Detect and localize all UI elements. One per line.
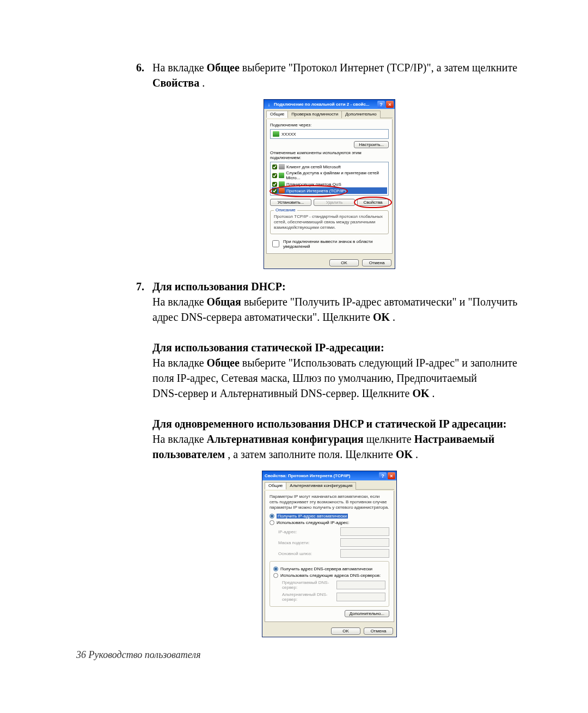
mask-field <box>340 538 389 547</box>
tcpip-intro: Параметры IP могут назначаться автоматич… <box>270 494 389 510</box>
description-group: Описание Протокол TCP/IP - стандартный п… <box>270 210 389 234</box>
radio-dns-manual-input[interactable] <box>273 573 278 578</box>
static-b: Общее <box>207 357 240 369</box>
nic-icon <box>273 131 279 137</box>
tab-general-2[interactable]: Общие <box>265 482 286 490</box>
radio-ip-auto[interactable]: Получить IP-адрес автоматически <box>270 514 389 519</box>
both-end: . <box>415 448 418 460</box>
static-d: DNS-сервер и Альтернативный DNS-сервер. … <box>152 387 412 399</box>
lan-properties-dialog: ↓ Подключение по локальной сети 2 - свой… <box>264 99 395 269</box>
help-button[interactable]: ? <box>377 101 385 108</box>
tcpip-icon <box>279 188 285 193</box>
cancel-button-2[interactable]: Отмена <box>364 627 393 635</box>
tab-strip: Общие Проверка подлинности Дополнительно <box>266 110 393 118</box>
list-row-tcpip[interactable]: Протокол Интернета (TCP/IP) <box>272 187 387 194</box>
static-a: На вкладке <box>152 357 207 369</box>
help-button-2[interactable]: ? <box>379 472 387 479</box>
lbl-client: Клиент для сетей Microsoft <box>286 164 341 169</box>
close-button[interactable]: × <box>386 101 394 108</box>
lbl-fileshare: Служба доступа к файлам и принтерам сете… <box>286 170 387 180</box>
dhcp-p-end: . <box>393 311 395 323</box>
dns2-field <box>336 593 385 601</box>
tab-general[interactable]: Общие <box>266 111 288 118</box>
s6-b2: Свойства <box>152 77 199 89</box>
dhcp-p-ok: OK <box>373 311 390 323</box>
s6-b1: Общее <box>207 62 240 74</box>
step-number-7: 7. <box>136 279 152 462</box>
radio-dns-auto-input[interactable] <box>273 566 278 571</box>
network-icon: ↓ <box>266 102 272 107</box>
chk-qos[interactable] <box>272 182 277 187</box>
ip-field <box>340 527 389 536</box>
static-end: . <box>432 387 435 399</box>
tab-advanced[interactable]: Дополнительно <box>341 111 381 118</box>
step-7-body: Для использования DHCP: На вкладке Общая… <box>152 279 523 462</box>
components-label: Отмеченные компоненты используются этим … <box>270 150 389 160</box>
dns1-field <box>336 581 385 589</box>
page-footer: 36 Руководство пользователя <box>76 649 201 661</box>
radio-ip-manual-input[interactable] <box>270 520 274 525</box>
cancel-button[interactable]: Отмена <box>362 259 391 266</box>
tray-icon-label: При подключении вывести значок в области… <box>283 239 389 249</box>
client-icon <box>279 164 285 169</box>
properties-button[interactable]: Свойства <box>357 199 389 206</box>
tcpip-properties-dialog: Свойства: Протокол Интернета (TCP/IP) ? … <box>262 471 397 637</box>
dialog2-title: Свойства: Протокол Интернета (TCP/IP) <box>265 473 379 478</box>
install-button[interactable]: Установить... <box>270 199 311 206</box>
radio-dns-manual-label: Использовать следующие адреса DNS-сервер… <box>280 573 381 578</box>
tray-icon-checkbox[interactable] <box>272 240 279 247</box>
fileshare-icon <box>279 173 284 178</box>
static-ok: OK <box>412 387 429 399</box>
dhcp-p-b: Общая <box>207 296 241 308</box>
s6-3: . <box>202 77 205 89</box>
radio-ip-manual[interactable]: Использовать следующий IP-адрес: <box>270 520 389 525</box>
step-6-text: На вкладке Общее выберите "Протокол Инте… <box>152 60 523 90</box>
chk-fileshare[interactable] <box>272 173 277 178</box>
radio-dns-auto-label: Получить адрес DNS-сервера автоматически <box>280 566 372 571</box>
both-m2: , а затем заполните поля. Щелкните <box>228 448 396 460</box>
close-button-2[interactable]: × <box>388 472 395 479</box>
list-row-fileshare[interactable]: Служба доступа к файлам и принтерам сете… <box>272 170 387 181</box>
s6-2: выберите "Протокол Интернет (TCP/IP)", а… <box>242 62 517 74</box>
component-list[interactable]: Клиент для сетей Microsoft Служба доступ… <box>270 162 389 196</box>
dialog2-titlebar: Свойства: Протокол Интернета (TCP/IP) ? … <box>262 471 396 480</box>
list-row-qos[interactable]: Планировщик пакетов QoS <box>272 181 387 187</box>
tab-auth[interactable]: Проверка подлинности <box>287 111 342 118</box>
dialog-title: Подключение по локальной сети 2 - свойс.… <box>274 102 377 107</box>
lbl-tcpip: Протокол Интернета (TCP/IP) <box>286 188 346 193</box>
adapter-name: XXXXX <box>281 132 296 137</box>
advanced-button[interactable]: Дополнительно... <box>345 610 389 617</box>
s6-1: На вкладке <box>152 62 207 74</box>
ok-button-2[interactable]: OK <box>331 627 360 635</box>
both-b1: Альтернативная конфигурация <box>207 433 364 445</box>
dns2-label: Альтернативный DNS-сервер: <box>282 592 333 602</box>
qos-icon <box>279 181 285 187</box>
ip-label: IP-адрес: <box>278 529 337 534</box>
mask-label: Маска подсети: <box>278 540 337 545</box>
chk-tcpip[interactable] <box>272 188 277 193</box>
dialog-titlebar: ↓ Подключение по локальной сети 2 - свой… <box>264 100 395 109</box>
both-a: На вкладке <box>152 433 207 445</box>
gw-field <box>340 549 389 558</box>
radio-ip-auto-label: Получить IP-адрес автоматически <box>277 514 348 519</box>
tab-altconfig[interactable]: Альтернативная конфигурация <box>286 482 356 490</box>
radio-ip-auto-input[interactable] <box>270 514 274 519</box>
connect-using-label: Подключение через: <box>270 123 389 127</box>
step-number-6: 6. <box>136 60 152 90</box>
both-title: Для одновременного использования DHCP и … <box>152 418 506 430</box>
description-legend: Описание <box>274 208 297 213</box>
gw-label: Основной шлюз: <box>278 551 337 556</box>
configure-button[interactable]: Настроить... <box>354 141 389 148</box>
radio-dns-auto[interactable]: Получить адрес DNS-сервера автоматически <box>273 566 385 571</box>
adapter-box: XXXXX <box>270 129 389 139</box>
lbl-qos: Планировщик пакетов QoS <box>286 182 341 187</box>
ok-button[interactable]: OK <box>329 259 359 266</box>
radio-dns-manual[interactable]: Использовать следующие адреса DNS-сервер… <box>273 573 385 578</box>
chk-client[interactable] <box>272 164 277 169</box>
list-row-client[interactable]: Клиент для сетей Microsoft <box>272 163 387 170</box>
radio-ip-manual-label: Использовать следующий IP-адрес: <box>277 520 350 525</box>
dhcp-p-a: На вкладке <box>152 296 207 308</box>
tab-strip-2: Общие Альтернативная конфигурация <box>265 482 394 490</box>
dns1-label: Предпочитаемый DNS-сервер: <box>282 580 333 590</box>
static-title: Для использования статической IP-адресац… <box>152 342 384 354</box>
